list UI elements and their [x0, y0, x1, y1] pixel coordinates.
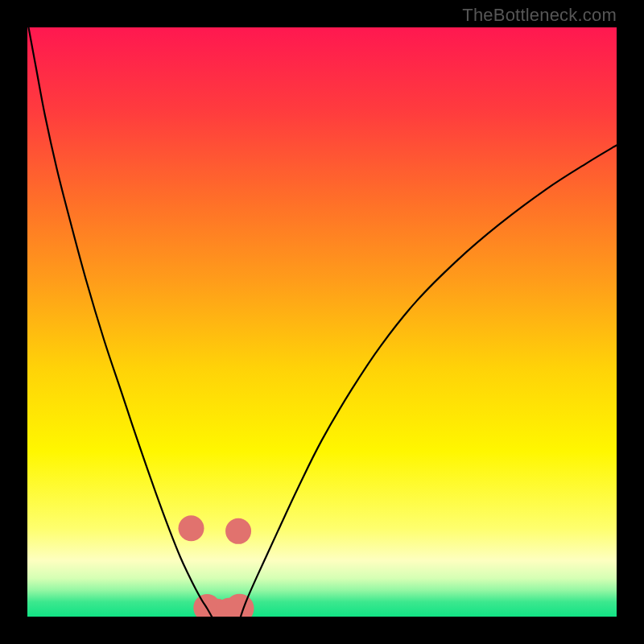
plot-area — [27, 27, 617, 617]
highlight-marker — [225, 594, 254, 617]
highlight-marker — [225, 518, 251, 544]
watermark-text: TheBottleneck.com — [462, 5, 617, 26]
marker-group — [179, 515, 254, 617]
curve-layer — [27, 27, 617, 617]
curve-right-branch — [241, 145, 617, 617]
chart-frame: TheBottleneck.com — [0, 0, 644, 644]
highlight-marker — [179, 515, 204, 541]
